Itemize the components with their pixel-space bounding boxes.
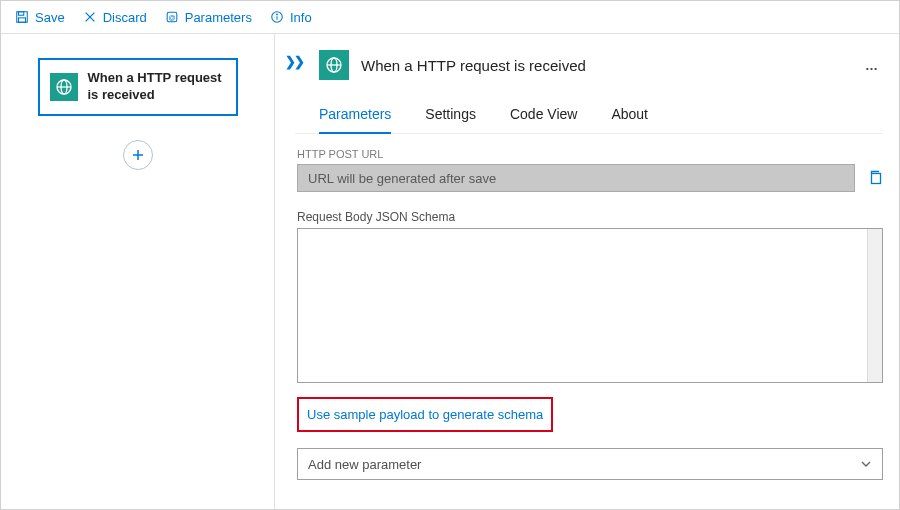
trigger-card-title: When a HTTP request is received xyxy=(78,70,226,104)
http-trigger-icon xyxy=(50,73,78,101)
command-bar: Save Discard @ Parameters Info xyxy=(1,1,899,34)
discard-icon xyxy=(83,10,97,24)
tab-code-view[interactable]: Code View xyxy=(510,100,577,134)
discard-button[interactable]: Discard xyxy=(75,6,155,29)
trigger-card[interactable]: When a HTTP request is received xyxy=(38,58,238,116)
discard-label: Discard xyxy=(103,10,147,25)
add-step-button[interactable] xyxy=(123,140,153,170)
tab-settings[interactable]: Settings xyxy=(425,100,476,134)
save-icon xyxy=(15,10,29,24)
panel-overflow-menu[interactable]: … xyxy=(865,58,883,73)
svg-rect-18 xyxy=(872,173,881,183)
svg-point-9 xyxy=(276,14,277,15)
info-button[interactable]: Info xyxy=(262,6,320,29)
save-button[interactable]: Save xyxy=(7,6,73,29)
info-icon xyxy=(270,10,284,24)
http-trigger-icon xyxy=(319,50,349,80)
tab-about[interactable]: About xyxy=(611,100,648,134)
parameters-label: Parameters xyxy=(185,10,252,25)
use-sample-payload-link[interactable]: Use sample payload to generate schema xyxy=(307,407,543,422)
plus-icon xyxy=(131,148,145,162)
panel-tabs: Parameters Settings Code View About xyxy=(295,100,883,134)
http-post-url-field: URL will be generated after save xyxy=(297,164,855,192)
copy-url-button[interactable] xyxy=(867,169,883,188)
schema-label: Request Body JSON Schema xyxy=(297,210,883,224)
parameters-icon: @ xyxy=(165,10,179,24)
tab-parameters[interactable]: Parameters xyxy=(319,100,391,134)
svg-rect-2 xyxy=(19,18,26,22)
save-label: Save xyxy=(35,10,65,25)
svg-text:@: @ xyxy=(168,14,175,21)
copy-icon xyxy=(867,169,883,185)
chevron-down-icon xyxy=(860,458,872,470)
panel-title: When a HTTP request is received xyxy=(349,57,865,74)
sample-payload-highlight: Use sample payload to generate schema xyxy=(297,397,553,432)
add-new-parameter-dropdown[interactable]: Add new parameter xyxy=(297,448,883,480)
schema-textarea[interactable] xyxy=(297,228,883,383)
http-post-url-label: HTTP POST URL xyxy=(297,148,883,160)
svg-rect-1 xyxy=(19,12,24,16)
info-label: Info xyxy=(290,10,312,25)
add-new-parameter-label: Add new parameter xyxy=(308,457,421,472)
parameters-button[interactable]: @ Parameters xyxy=(157,6,260,29)
collapse-panel-button[interactable]: ❯❯ xyxy=(285,54,303,69)
details-panel: ❯❯ When a HTTP request is received … Par… xyxy=(275,34,899,509)
http-post-url-value: URL will be generated after save xyxy=(308,171,496,186)
canvas-sidebar: When a HTTP request is received xyxy=(1,34,275,509)
